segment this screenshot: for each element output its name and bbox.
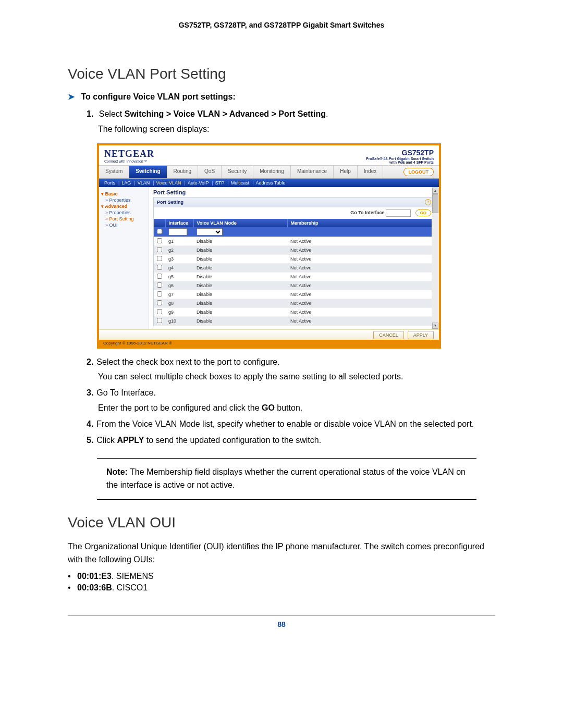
subtab-address-table[interactable]: Address Table [256,180,286,186]
cancel-button[interactable]: CANCEL [373,331,404,339]
note-label: Note: [106,467,128,476]
row-checkbox[interactable] [157,300,162,305]
tab-switching[interactable]: Switching [129,166,167,178]
copyright-text: Copyright © 1996-2012 NETGEAR ® [99,340,439,347]
help-icon[interactable]: ? [425,199,431,205]
main-tabs: SystemSwitchingRoutingQoSSecurityMonitor… [99,165,439,179]
cell-interface: g3 [165,254,193,263]
subtab-vlan[interactable]: VLAN [138,180,150,186]
subtab-ports[interactable]: Ports [104,180,115,186]
tab-qos[interactable]: QoS [198,166,222,178]
separator-icon: | [212,180,213,186]
table-row: g9DisableNot Active [154,307,434,316]
cell-mode: Disable [193,237,287,245]
cell-interface: g10 [165,316,193,325]
cell-mode: Disable [193,299,287,307]
logout-button[interactable]: LOGOUT [403,168,434,176]
vertical-scrollbar[interactable]: ▴ ▾ [432,187,439,329]
table-row: g8DisableNot Active [154,299,434,307]
step2-b: You can select multiple check boxes to a… [98,371,495,384]
separator-icon: | [134,180,135,186]
cell-interface: g1 [165,237,193,245]
scroll-thumb[interactable] [432,194,438,213]
sidebar-group-advanced[interactable]: ▾ Advanced [101,204,146,209]
subtab-voice-vlan[interactable]: Voice VLAN [156,180,181,186]
go-button[interactable]: GO [415,209,431,216]
subtab-multicast[interactable]: Multicast [231,180,250,186]
scroll-up-icon[interactable]: ▴ [432,188,438,194]
oui-intro: The Organizational Unique Identifier (OU… [68,540,495,566]
cell-mode: Disable [193,272,287,281]
step1-suf: . [326,109,328,118]
cell-mode: Disable [193,245,287,254]
row-checkbox[interactable] [157,265,162,270]
goto-interface-input[interactable] [386,209,411,217]
step3-b-post: button. [275,403,302,412]
tab-routing[interactable]: Routing [167,166,198,178]
bullet-icon: • [68,572,77,581]
oui-code: 00:01:E3 [77,572,112,581]
select-all-checkbox[interactable] [157,229,162,234]
row-checkbox[interactable] [157,274,162,279]
apply-button[interactable]: APPLY [408,331,434,339]
cell-mode: Disable [193,281,287,290]
tab-system[interactable]: System [99,166,129,178]
row-checkbox[interactable] [157,309,162,314]
table-row: g5DisableNot Active [154,272,434,281]
subtab-auto-voip[interactable]: Auto-VoIP [188,180,209,186]
step5-pre: Click [96,436,117,445]
subtab-stp[interactable]: STP [215,180,225,186]
tab-monitoring[interactable]: Monitoring [253,166,291,178]
subtab-lag[interactable]: LAG [121,180,131,186]
table-row: g4DisableNot Active [154,263,434,272]
tab-index[interactable]: Index [358,166,383,178]
sidebar: ▾ Basic » Properties ▾ Advanced » Proper… [99,187,149,329]
procedure-heading: To configure Voice VLAN port settings: [81,92,235,101]
separator-icon: | [118,180,119,186]
product-desc-1: ProSafe® 48-Port Gigabit Smart Switch [366,157,434,161]
embedded-screenshot: NETGEAR Connect with Innovation™ GS752TP… [97,143,441,349]
step4-text: From the Voice VLAN Mode list, specify w… [96,419,474,428]
cell-membership: Not Active [287,272,434,281]
step3-b-bold: GO [262,403,275,412]
cell-interface: g8 [165,299,193,307]
row-checkbox[interactable] [157,318,162,323]
row-checkbox[interactable] [157,256,162,261]
step2-a: Select the check box next to the port to… [96,357,279,366]
sub-tabs: Ports|LAG|VLAN|Voice VLAN|Auto-VoIP|STP|… [99,179,439,187]
cell-membership: Not Active [287,307,434,316]
table-row: g1DisableNot Active [154,237,434,245]
filter-interface-input[interactable] [168,228,187,236]
sidebar-item-adv-properties[interactable]: » Properties [105,210,146,215]
section-title-oui: Voice VLAN OUI [68,514,495,531]
netgear-logo: NETGEAR [104,149,154,159]
cell-mode: Disable [193,263,287,272]
bullet-icon: • [68,583,77,593]
cell-membership: Not Active [287,237,434,245]
step-1: 1. Select Switching > Voice VLAN > Advan… [87,108,495,136]
col-interface: Interface [165,219,193,227]
tab-security[interactable]: Security [222,166,253,178]
tab-help[interactable]: Help [334,166,358,178]
product-name: GS752TP [366,149,434,157]
sidebar-item-port-setting[interactable]: » Port Setting [105,216,146,221]
sidebar-group-basic[interactable]: ▾ Basic [101,191,146,196]
sidebar-item-oui[interactable]: » OUI [105,223,146,228]
row-checkbox[interactable] [157,247,162,252]
doc-header: GS752TP, GS728TP, and GS728TPP Gigabit S… [68,21,495,29]
cell-membership: Not Active [287,254,434,263]
cell-interface: g6 [165,281,193,290]
row-checkbox[interactable] [157,282,162,288]
separator-icon: | [153,180,154,186]
sidebar-item-basic-properties[interactable]: » Properties [105,198,146,203]
cell-interface: g7 [165,290,193,299]
col-checkbox [154,219,165,227]
filter-mode-select[interactable] [197,228,223,236]
row-checkbox[interactable] [157,238,162,243]
table-row: g10DisableNot Active [154,316,434,325]
step3-b-pre: Enter the port to be configured and clic… [98,403,262,412]
scroll-down-icon[interactable]: ▾ [432,323,438,329]
separator-icon: | [252,180,253,186]
row-checkbox[interactable] [157,291,162,297]
tab-maintenance[interactable]: Maintenance [291,166,334,178]
